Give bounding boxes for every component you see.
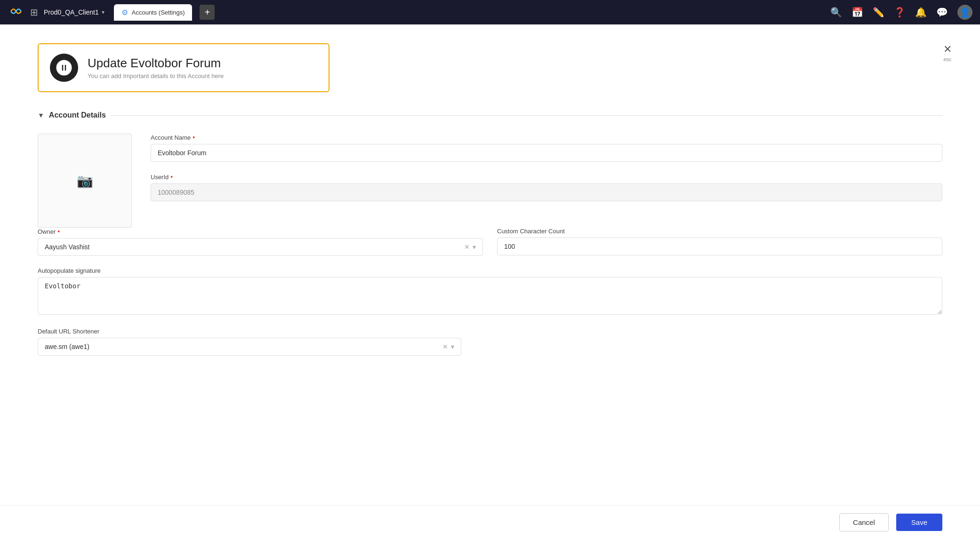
avatar[interactable]: 👤	[957, 5, 972, 20]
custom-char-group: Custom Character Count	[497, 228, 942, 256]
required-indicator-2: •	[170, 173, 173, 181]
save-button[interactable]: Save	[896, 514, 942, 531]
edit-icon[interactable]: ✏️	[873, 7, 884, 18]
custom-char-label: Custom Character Count	[497, 228, 942, 235]
section-header: ▼ Account Details	[38, 111, 942, 119]
notifications-icon[interactable]: 🔔	[915, 7, 927, 18]
settings-icon: ⚙	[121, 8, 128, 17]
calendar-icon[interactable]: 📅	[851, 7, 863, 18]
user-id-input	[151, 183, 942, 201]
owner-char-row: Owner • Aayush Vashist ✕ ▾ Custom Charac…	[38, 228, 942, 256]
chevron-down-url-icon[interactable]: ▾	[451, 343, 454, 350]
esc-label: esc	[943, 56, 951, 62]
nav-actions: 🔍 📅 ✏️ ❓ 🔔 💬 👤	[830, 5, 972, 20]
clear-url-icon[interactable]: ✕	[442, 343, 448, 350]
camera-icon: 📷	[77, 173, 93, 189]
footer: Cancel Save	[0, 505, 980, 539]
workspace-selector[interactable]: Prod0_QA_Client1 ▾	[44, 8, 104, 16]
banner-text: Update Evoltobor Forum You can add Impor…	[88, 56, 224, 79]
main-content: ✕ esc Update Evoltobor Forum You can add…	[0, 24, 980, 539]
autopopulate-textarea[interactable]: Evoltobor	[38, 277, 942, 315]
chat-icon[interactable]: 💬	[936, 7, 948, 18]
url-shortener-value: awe.sm (awe1)	[45, 343, 442, 350]
close-icon: ✕	[943, 43, 952, 55]
owner-label: Owner •	[38, 228, 483, 235]
add-tab-button[interactable]: +	[200, 5, 215, 20]
topnav: ⊞ Prod0_QA_Client1 ▾ ⚙ Accounts (Setting…	[0, 0, 980, 24]
autopopulate-label: Autopopulate signature	[38, 267, 942, 274]
chevron-down-icon[interactable]: ▾	[473, 243, 476, 251]
owner-group: Owner • Aayush Vashist ✕ ▾	[38, 228, 483, 256]
accounts-tab[interactable]: ⚙ Accounts (Settings)	[114, 4, 193, 21]
workspace-label: Prod0_QA_Client1	[44, 8, 99, 16]
help-icon[interactable]: ❓	[894, 7, 906, 18]
close-button[interactable]: ✕ esc	[943, 43, 952, 62]
user-id-label: UserId •	[151, 173, 942, 181]
owner-select-actions: ✕ ▾	[464, 243, 476, 251]
chevron-down-icon: ▾	[102, 9, 104, 16]
autopopulate-group: Autopopulate signature Evoltobor	[38, 267, 942, 317]
account-name-label: Account Name •	[151, 134, 942, 141]
required-indicator: •	[193, 134, 195, 141]
search-icon[interactable]: 🔍	[830, 7, 842, 18]
banner-icon	[50, 54, 78, 82]
section-divider	[111, 115, 942, 116]
custom-char-input[interactable]	[497, 238, 942, 255]
collapse-icon[interactable]: ▼	[38, 111, 44, 119]
header-banner: Update Evoltobor Forum You can add Impor…	[38, 43, 329, 92]
owner-value: Aayush Vashist	[45, 243, 464, 251]
form-layout: 📷 Account Name • UserId •	[38, 134, 942, 228]
url-shortener-group: Default URL Shortener awe.sm (awe1) ✕ ▾	[38, 328, 942, 356]
user-id-group: UserId •	[151, 173, 942, 201]
grid-icon[interactable]: ⊞	[30, 7, 38, 18]
tab-label: Accounts (Settings)	[132, 9, 185, 16]
required-indicator-3: •	[57, 228, 60, 235]
clear-owner-icon[interactable]: ✕	[464, 243, 470, 251]
section-title: Account Details	[49, 111, 106, 119]
cancel-button[interactable]: Cancel	[839, 513, 889, 531]
fields-col: Account Name • UserId •	[151, 134, 942, 228]
account-name-input[interactable]	[151, 144, 942, 162]
banner-subtitle: You can add Important details to this Ac…	[88, 72, 224, 79]
owner-select[interactable]: Aayush Vashist ✕ ▾	[38, 238, 483, 256]
url-shortener-label: Default URL Shortener	[38, 328, 942, 335]
avatar-upload-box[interactable]: 📷	[38, 134, 132, 228]
account-name-group: Account Name •	[151, 134, 942, 162]
url-shortener-select[interactable]: awe.sm (awe1) ✕ ▾	[38, 338, 461, 356]
avatar-col: 📷	[38, 134, 132, 228]
banner-title: Update Evoltobor Forum	[88, 56, 224, 71]
url-shortener-actions: ✕ ▾	[442, 343, 454, 350]
logo[interactable]	[8, 3, 24, 22]
